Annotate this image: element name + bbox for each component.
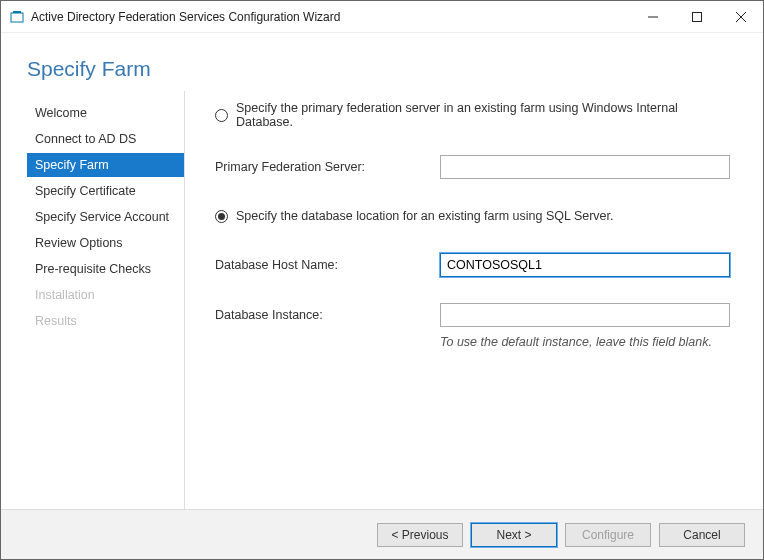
option-sql-row: Specify the database location for an exi… <box>215 205 735 227</box>
db-host-input[interactable] <box>440 253 730 277</box>
close-button[interactable] <box>719 1 763 32</box>
maximize-button[interactable] <box>675 1 719 32</box>
sidebar-item-welcome[interactable]: Welcome <box>27 101 184 125</box>
radio-primary-server-label: Specify the primary federation server in… <box>236 101 735 129</box>
window-title: Active Directory Federation Services Con… <box>31 10 631 24</box>
primary-server-input[interactable] <box>440 155 730 179</box>
svg-rect-3 <box>693 12 702 21</box>
next-button[interactable]: Next > <box>471 523 557 547</box>
cancel-button[interactable]: Cancel <box>659 523 745 547</box>
svg-rect-1 <box>13 11 21 13</box>
radio-primary-server[interactable] <box>215 109 228 122</box>
sidebar-item-installation: Installation <box>27 283 184 307</box>
db-host-label: Database Host Name: <box>215 258 440 272</box>
svg-rect-0 <box>11 13 23 22</box>
sidebar-item-results: Results <box>27 309 184 333</box>
radio-sql-server-label: Specify the database location for an exi… <box>236 209 614 223</box>
radio-sql-server[interactable] <box>215 210 228 223</box>
wizard-footer: < Previous Next > Configure Cancel <box>1 509 763 559</box>
db-instance-row: Database Instance: <box>215 303 735 327</box>
main-area: Welcome Connect to AD DS Specify Farm Sp… <box>1 91 763 509</box>
wizard-steps-sidebar: Welcome Connect to AD DS Specify Farm Sp… <box>27 91 185 509</box>
previous-button[interactable]: < Previous <box>377 523 463 547</box>
minimize-button[interactable] <box>631 1 675 32</box>
wizard-body: Specify Farm Welcome Connect to AD DS Sp… <box>1 33 763 559</box>
window-controls <box>631 1 763 32</box>
db-instance-input[interactable] <box>440 303 730 327</box>
db-instance-label: Database Instance: <box>215 308 440 322</box>
configure-button: Configure <box>565 523 651 547</box>
sidebar-item-prerequisite-checks[interactable]: Pre-requisite Checks <box>27 257 184 281</box>
wizard-window: Active Directory Federation Services Con… <box>0 0 764 560</box>
db-host-row: Database Host Name: <box>215 253 735 277</box>
sidebar-item-connect-ad-ds[interactable]: Connect to AD DS <box>27 127 184 151</box>
primary-server-label: Primary Federation Server: <box>215 160 440 174</box>
db-instance-hint: To use the default instance, leave this … <box>440 335 735 349</box>
page-heading: Specify Farm <box>1 33 763 91</box>
sidebar-item-specify-certificate[interactable]: Specify Certificate <box>27 179 184 203</box>
primary-server-row: Primary Federation Server: <box>215 155 735 179</box>
app-icon <box>9 9 25 25</box>
sidebar-item-specify-service-account[interactable]: Specify Service Account <box>27 205 184 229</box>
sidebar-item-review-options[interactable]: Review Options <box>27 231 184 255</box>
form-content: Specify the primary federation server in… <box>185 91 763 509</box>
option-primary-row: Specify the primary federation server in… <box>215 101 735 129</box>
title-bar: Active Directory Federation Services Con… <box>1 1 763 33</box>
sidebar-item-specify-farm[interactable]: Specify Farm <box>27 153 184 177</box>
